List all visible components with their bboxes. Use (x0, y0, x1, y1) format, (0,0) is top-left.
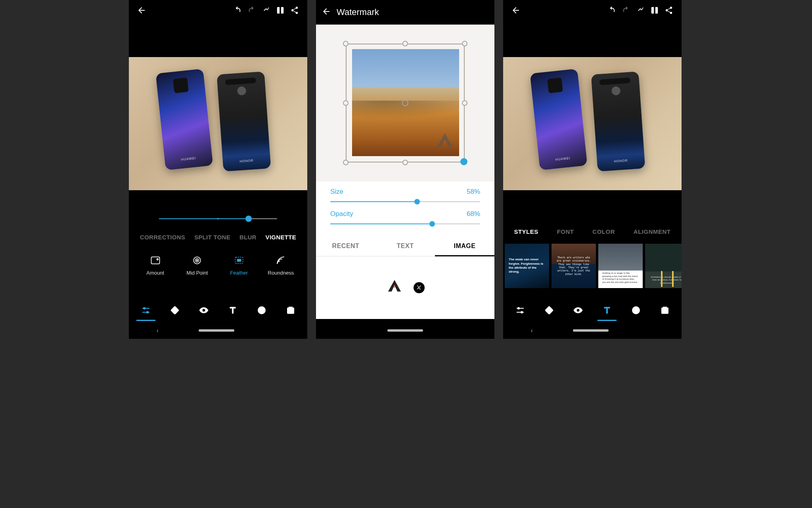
opacity-slider[interactable] (330, 220, 480, 227)
option-roundness[interactable]: Roundness (261, 255, 301, 276)
undo-button[interactable] (605, 3, 619, 17)
vignette-options: Amount Mid Point Feather Roundness (129, 255, 307, 276)
image-canvas[interactable]: HUAWEI HONOR (129, 57, 307, 190)
compare-button[interactable] (647, 3, 662, 17)
tool-adjust[interactable] (134, 301, 158, 319)
tool-text[interactable] (595, 301, 619, 319)
system-nav (316, 322, 494, 339)
style-cards[interactable]: The weak can never forgive. Forgiveness … (503, 244, 682, 288)
watermark-remove-button[interactable] (414, 282, 425, 293)
system-nav: ‹ (129, 322, 307, 339)
svg-point-9 (144, 307, 145, 309)
tab-alignment[interactable]: ALIGNMENT (634, 228, 671, 235)
svg-rect-15 (287, 308, 294, 313)
svg-point-1 (157, 259, 158, 260)
watermark-item-logo[interactable] (386, 278, 403, 297)
share-button[interactable] (662, 3, 676, 17)
tool-frames[interactable] (279, 301, 303, 319)
feather-slider[interactable] (159, 214, 277, 223)
watermark-sliders: Size 58% Opacity 68% (316, 181, 494, 236)
tab-color[interactable]: COLOR (592, 228, 615, 235)
tool-heal[interactable] (163, 301, 187, 319)
tool-frames[interactable] (653, 301, 677, 319)
tool-redeye[interactable] (192, 301, 216, 319)
style-card-3[interactable]: Holding on to anger is like grasping a h… (598, 244, 643, 288)
tab-recent[interactable]: RECENT (316, 236, 375, 256)
opacity-label: Opacity (330, 210, 353, 218)
tab-corrections[interactable]: CORRECTIONS (140, 234, 185, 241)
crop-handle-tl[interactable] (343, 41, 349, 46)
tab-font[interactable]: FONT (557, 228, 574, 235)
page-title: Watermark (337, 7, 379, 17)
option-feather-label: Feather (230, 270, 248, 276)
size-value: 58% (467, 188, 480, 196)
svg-point-4 (197, 260, 198, 261)
tab-image[interactable]: IMAGE (435, 236, 494, 256)
tool-stickers[interactable] (624, 301, 648, 319)
svg-rect-6 (237, 259, 241, 262)
style-card-2[interactable]: There are writers who are great visionar… (552, 244, 596, 288)
topbar: Watermark (316, 0, 494, 25)
style-card-1[interactable]: The weak can never forgive. Forgiveness … (505, 244, 549, 288)
option-midpoint-label: Mid Point (186, 270, 208, 276)
svg-point-19 (394, 286, 395, 288)
svg-point-22 (518, 307, 519, 309)
auto-enhance-button[interactable] (259, 3, 273, 17)
size-slider[interactable] (330, 198, 480, 205)
sys-back[interactable]: ‹ (531, 327, 533, 334)
sys-back[interactable]: ‹ (157, 327, 159, 334)
tool-heal[interactable] (537, 301, 561, 319)
image-canvas[interactable]: HUAWEI HONOR (503, 57, 682, 190)
tab-blur[interactable]: BLUR (239, 234, 257, 241)
option-feather[interactable]: Feather (219, 255, 259, 276)
system-nav: ‹ (503, 322, 682, 339)
tab-vignette[interactable]: VIGNETTE (266, 234, 296, 241)
watermark-type-tabs: RECENT TEXT IMAGE (316, 236, 494, 256)
watermark-items (316, 256, 494, 319)
tab-text[interactable]: TEXT (375, 236, 435, 256)
option-amount[interactable]: Amount (136, 255, 175, 276)
crop-frame[interactable] (346, 44, 465, 162)
subject-brand-a: HUAWEI (165, 155, 212, 163)
sys-home[interactable] (573, 329, 609, 332)
compare-button[interactable] (273, 3, 287, 17)
crop-handle-bl[interactable] (343, 160, 349, 165)
share-button[interactable] (287, 3, 302, 17)
tool-redeye[interactable] (566, 301, 590, 319)
tool-text[interactable] (221, 301, 245, 319)
back-button[interactable] (509, 3, 523, 17)
screen-editor-vignette: HUAWEI HONOR CORRECTIONS SPLIT TONE BLUR (129, 0, 307, 339)
screen-text-styles: HUAWEI HONOR STYLES FONT COLOR ALIGNMENT… (503, 0, 682, 339)
undo-button[interactable] (230, 3, 245, 17)
auto-enhance-button[interactable] (633, 3, 647, 17)
svg-point-23 (521, 311, 523, 313)
crop-handle-center[interactable] (402, 100, 408, 106)
style-card-4[interactable]: Architecture should speak of its time an… (645, 244, 682, 288)
tool-stickers[interactable] (250, 301, 274, 319)
watermark-preview[interactable] (316, 25, 494, 181)
svg-marker-18 (388, 280, 401, 291)
sys-home[interactable] (387, 329, 423, 332)
tool-adjust[interactable] (508, 301, 532, 319)
redo-button[interactable] (619, 3, 633, 17)
back-button[interactable] (134, 3, 149, 17)
back-button[interactable] (322, 7, 331, 18)
subject-brand-a: HUAWEI (539, 155, 586, 163)
redo-button[interactable] (245, 3, 259, 17)
option-midpoint[interactable]: Mid Point (177, 255, 217, 276)
sys-home[interactable] (199, 329, 234, 332)
crop-handle-br[interactable] (460, 158, 467, 165)
crop-handle-tr[interactable] (462, 41, 467, 46)
crop-handle-tm[interactable] (402, 41, 408, 46)
crop-handle-bm[interactable] (402, 160, 408, 165)
topbar (503, 0, 682, 21)
svg-point-10 (147, 311, 148, 313)
topbar (129, 0, 307, 21)
tab-split-tone[interactable]: SPLIT TONE (194, 234, 230, 241)
crop-handle-ml[interactable] (343, 100, 349, 106)
option-amount-label: Amount (146, 270, 164, 276)
tab-styles[interactable]: STYLES (514, 228, 538, 235)
crop-handle-mr[interactable] (462, 100, 467, 106)
option-roundness-label: Roundness (268, 270, 294, 276)
bottom-toolbar (129, 298, 307, 322)
